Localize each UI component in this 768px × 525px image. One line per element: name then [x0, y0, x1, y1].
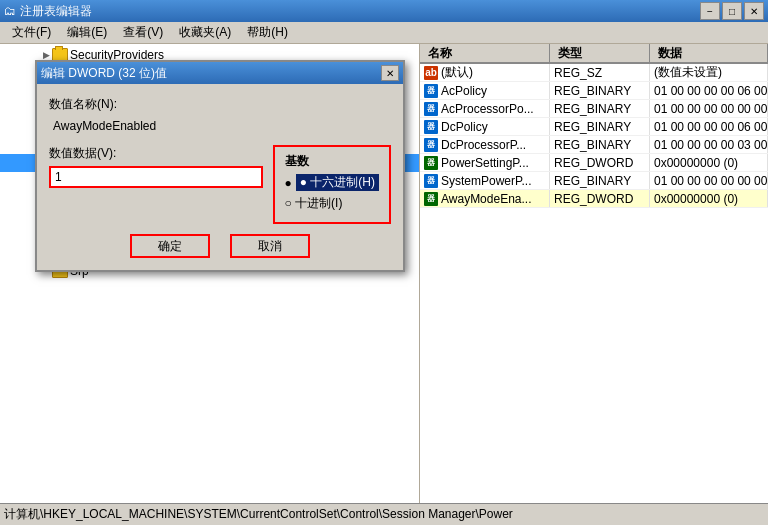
radio-hex-row[interactable]: ● ● 十六进制(H) [285, 174, 380, 191]
dialog-name-label: 数值名称(N): [49, 96, 391, 113]
dialog-base-label: 基数 [285, 153, 380, 170]
radio-hex-selected: ● [285, 176, 292, 190]
dialog-close-button[interactable]: ✕ [381, 65, 399, 81]
dialog-title: 编辑 DWORD (32 位)值 [41, 65, 381, 82]
dialog-buttons: 确定 取消 [49, 234, 391, 258]
window: 🗂 注册表编辑器 − □ ✕ 文件(F) 编辑(E) 查看(V) 收藏夹(A) … [0, 0, 768, 525]
dialog-cancel-button[interactable]: 取消 [230, 234, 310, 258]
dialog-title-bar: 编辑 DWORD (32 位)值 ✕ [37, 62, 403, 84]
dialog-value-input[interactable] [49, 166, 263, 188]
radio-hex-label: ● 十六进制(H) [296, 174, 379, 191]
edit-dword-dialog: 编辑 DWORD (32 位)值 ✕ 数值名称(N): AwayModeEnab… [35, 60, 405, 272]
dialog-name-value: AwayModeEnabled [49, 117, 391, 135]
dialog-data-label: 数值数据(V): [49, 145, 263, 162]
radio-dec-label: ○ 十进制(I) [285, 195, 343, 212]
modal-overlay: 编辑 DWORD (32 位)值 ✕ 数值名称(N): AwayModeEnab… [0, 0, 768, 525]
dialog-value-section: 数值数据(V): [49, 145, 263, 224]
dialog-body: 数值名称(N): AwayModeEnabled 数值数据(V): 基数 ● ●… [37, 84, 403, 270]
dialog-row: 数值数据(V): 基数 ● ● 十六进制(H) ○ 十进制(I) [49, 145, 391, 224]
dialog-ok-button[interactable]: 确定 [130, 234, 210, 258]
dialog-base-section: 基数 ● ● 十六进制(H) ○ 十进制(I) [273, 145, 392, 224]
radio-dec-row[interactable]: ○ 十进制(I) [285, 195, 380, 212]
